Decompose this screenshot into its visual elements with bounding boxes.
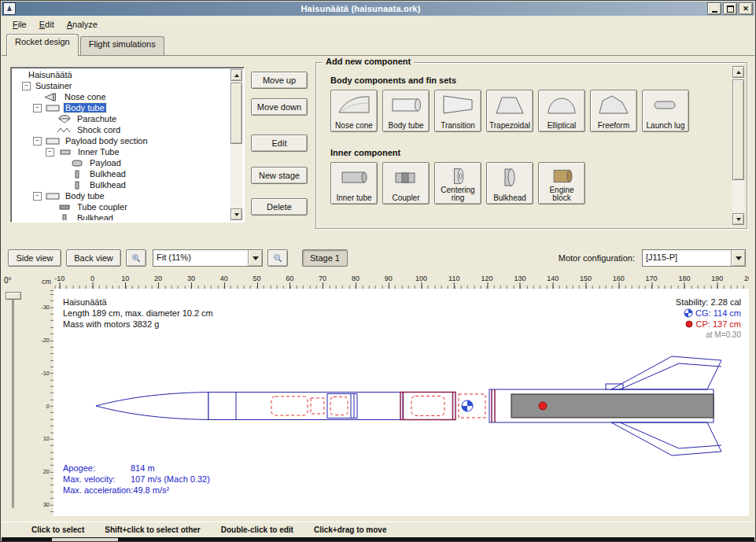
tab-flight-simulations[interactable]: Flight simulations [80,36,164,55]
move-up-button[interactable]: Move up [251,72,308,89]
cp-icon [684,319,694,329]
tree-row-sustainer[interactable]: − Sustainer [13,80,230,91]
tree-row-body-tube[interactable]: − Body tube [13,102,230,113]
palette-launch-lug[interactable]: Launch lug [642,90,689,132]
menu-edit[interactable]: Edit [33,17,61,31]
body-tube-icon [45,192,61,201]
dropdown-arrow-button[interactable] [731,250,745,266]
delete-button[interactable]: Delete [251,198,308,216]
dropdown-arrow-button[interactable] [248,250,262,266]
v-ruler-label: 30 [43,501,50,508]
back-view-button[interactable]: Back view [66,249,121,267]
h-ruler-label: 70 [319,275,326,282]
tree-row-parachute[interactable]: Parachute [13,113,230,124]
collapse-icon[interactable]: − [22,82,31,90]
tree-row-tube-coupler[interactable]: Tube coupler [13,201,230,212]
palette-elliptical-fin[interactable]: Elliptical [538,90,585,132]
tree-row-body-tube-2[interactable]: − Body tube [13,190,230,201]
palette-bulkhead[interactable]: Bulkhead [486,162,533,205]
parachute-icon [57,115,72,124]
h-ruler-label: 30 [187,275,195,282]
max-velocity-row: Max. velocity:107 m/s (Mach 0.32) [63,474,210,485]
menu-file[interactable]: File [6,17,33,31]
title-bar[interactable]: Haisunäätä (haisunaata.ork) ✕ [2,2,754,16]
tree-row-bulkhead-3[interactable]: Bulkhead [13,212,230,220]
palette-body-tube[interactable]: Body tube [382,90,430,132]
palette-engine-block[interactable]: Engine block [538,162,585,205]
collapse-icon[interactable]: − [33,192,42,201]
cp-value: 137 cm [713,319,741,329]
scroll-thumb[interactable] [732,79,744,180]
palette-freeform-fin[interactable]: Freeform [590,90,637,132]
menu-analyze[interactable]: Analyze [61,17,104,31]
tree-row-payload[interactable]: Payload [13,157,230,168]
tree-row-root[interactable]: Haisunäätä [13,69,230,80]
collapse-icon[interactable]: − [33,137,42,146]
scroll-down-button[interactable] [230,208,242,220]
tree-row-bulkhead-1[interactable]: Bulkhead [13,168,230,179]
rocket-canvas[interactable]: Haisunäätä Length 189 cm, max. diameter … [53,289,749,516]
collapse-icon[interactable]: − [46,148,54,157]
palette-transition[interactable]: Transition [434,90,481,132]
palette-nose-cone[interactable]: Nose cone [330,90,378,132]
palette-inner-tube[interactable]: Inner tube [330,162,378,205]
zoom-level-select[interactable]: Fit (11%) [153,249,263,267]
hint-shift-click: Shift+click to select other [105,525,200,534]
cg-marker [462,400,473,411]
palette-label: Trapezoidal [489,122,530,130]
palette-centering-ring[interactable]: Centering ring [434,162,481,205]
palette-scrollbar[interactable] [732,66,744,225]
scroll-up-button[interactable] [230,69,242,81]
nose-cone-icon [44,93,60,101]
tree-row-nose-cone[interactable]: Nose cone [13,91,230,102]
palette-trapezoidal-fin[interactable]: Trapezoidal [486,90,533,132]
trapezoidal-fin-icon [492,93,527,116]
coupler-icon [389,165,423,189]
body-tube-icon [45,137,61,146]
new-stage-button[interactable]: New stage [251,167,308,184]
scroll-down-button[interactable] [732,213,744,225]
minimize-button[interactable] [707,2,721,15]
bulkhead-icon [69,181,85,190]
component-tree[interactable]: Haisunäätä − Sustainer Nose cone − Body … [10,67,245,223]
stage-1-toggle[interactable]: Stage 1 [302,249,348,267]
tree-row-shock-cord[interactable]: Shock cord [13,124,230,135]
tree-row-bulkhead-2[interactable]: Bulkhead [13,179,230,190]
rocket-mass: Mass with motors 3832 g [63,319,213,330]
scroll-up-button[interactable] [732,66,744,78]
maximize-button[interactable] [723,2,737,15]
edit-button[interactable]: Edit [251,135,308,152]
rotation-slider-handle[interactable] [6,292,21,300]
tab-rocket-design[interactable]: Rocket design [6,34,79,56]
side-view-button[interactable]: Side view [8,249,61,267]
tree-scrollbar[interactable] [230,69,242,220]
inner-tube-icon [337,165,371,189]
tree-label: Nose cone [63,92,108,101]
add-component-group: Add new component Body components and fi… [315,62,747,229]
tree-row-payload-section[interactable]: − Payload body section [13,135,230,146]
h-ruler-label: 50 [253,275,260,282]
tree-label: Sustainer [34,81,73,90]
tree-label-selected: Body tube [64,103,106,112]
h-ruler-label: 140 [547,275,559,282]
cg-icon [684,308,693,318]
collapse-icon[interactable]: − [33,104,42,112]
rotation-slider-track[interactable] [12,293,14,508]
h-ruler-label: 150 [580,275,592,282]
rocket-design-panel: Haisunäätä − Sustainer Nose cone − Body … [2,55,754,540]
h-ruler-label: 160 [613,275,625,282]
tab-bar: Rocket design Flight simulations [2,33,754,55]
status-bar: Click to select Shift+click to select ot… [2,522,754,536]
palette-coupler[interactable]: Coupler [382,162,430,205]
move-down-button[interactable]: Move down [251,98,308,116]
v-ruler-label: -10 [41,370,50,377]
max-acceleration-row: Max. acceleration:49.8 m/s² [63,485,210,496]
zoom-in-button[interactable] [126,249,146,267]
tree-row-inner-tube[interactable]: − Inner Tube [13,146,230,157]
motor-configuration-select[interactable]: [J115-P] [642,249,746,267]
hint-click-drag: Click+drag to move [314,525,387,534]
scroll-thumb[interactable] [230,83,242,144]
zoom-out-button[interactable] [267,249,288,267]
h-ruler-label: 100 [415,275,427,282]
close-button[interactable]: ✕ [739,2,753,15]
